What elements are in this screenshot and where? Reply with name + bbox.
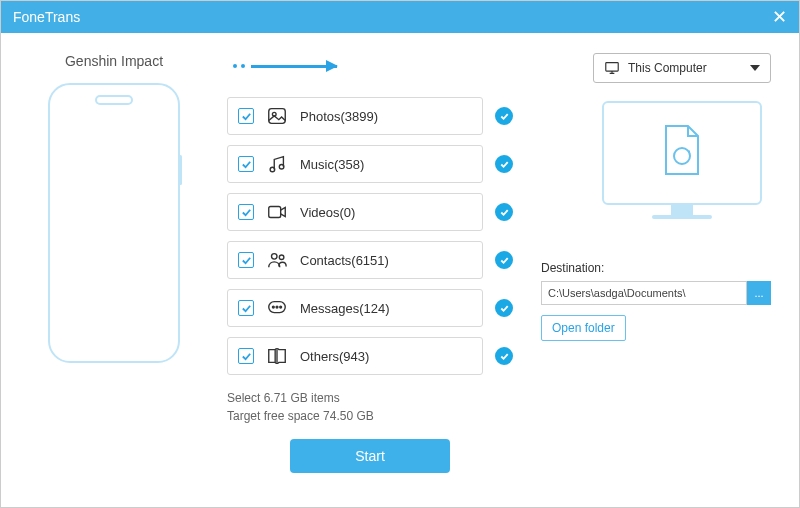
category-box-music[interactable]: Music(358) <box>227 145 483 183</box>
category-box-messages[interactable]: Messages(124) <box>227 289 483 327</box>
phone-sidebutton-icon <box>179 155 182 185</box>
category-box-contacts[interactable]: Contacts(6151) <box>227 241 483 279</box>
status-check-others <box>495 347 513 365</box>
category-label-messages: Messages(124) <box>300 301 390 316</box>
checkbox-music[interactable] <box>238 156 254 172</box>
destination-section: Destination: C:\Users\asdga\Documents\ .… <box>541 261 771 341</box>
checkbox-photos[interactable] <box>238 108 254 124</box>
monitor-illustration <box>593 101 771 231</box>
checkbox-messages[interactable] <box>238 300 254 316</box>
summary-free-space: Target free space 74.50 GB <box>227 407 513 425</box>
status-check-photos <box>495 107 513 125</box>
svg-point-9 <box>276 306 278 308</box>
svg-point-3 <box>279 164 284 169</box>
category-label-others: Others(943) <box>300 349 369 364</box>
svg-point-5 <box>272 254 278 260</box>
category-label-music: Music(358) <box>300 157 364 172</box>
category-row-contacts: Contacts(6151) <box>227 241 513 279</box>
target-column: This Computer Destination: C:\Users\asdg… <box>541 53 771 491</box>
svg-point-6 <box>279 255 284 260</box>
destination-path-field[interactable]: C:\Users\asdga\Documents\ <box>541 281 747 305</box>
category-row-others: Others(943) <box>227 337 513 375</box>
titlebar: FoneTrans ✕ <box>1 1 799 33</box>
checkbox-videos[interactable] <box>238 204 254 220</box>
category-label-photos: Photos(3899) <box>300 109 378 124</box>
destination-label: Destination: <box>541 261 771 275</box>
target-dropdown[interactable]: This Computer <box>593 53 771 83</box>
close-button[interactable]: ✕ <box>772 6 787 28</box>
phone-notch-icon <box>95 95 133 105</box>
phone-illustration <box>48 83 180 363</box>
music-icon <box>266 153 288 175</box>
chevron-down-icon <box>750 65 760 71</box>
category-label-contacts: Contacts(6151) <box>300 253 389 268</box>
others-icon <box>266 345 288 367</box>
category-box-others[interactable]: Others(943) <box>227 337 483 375</box>
app-window: FoneTrans ✕ Genshin Impact Photos(38 <box>0 0 800 508</box>
category-box-photos[interactable]: Photos(3899) <box>227 97 483 135</box>
photos-icon <box>266 105 288 127</box>
svg-point-12 <box>674 148 690 164</box>
computer-icon <box>604 61 620 75</box>
svg-point-8 <box>272 306 274 308</box>
contacts-icon <box>266 249 288 271</box>
category-row-music: Music(358) <box>227 145 513 183</box>
status-check-contacts <box>495 251 513 269</box>
status-check-videos <box>495 203 513 221</box>
transfer-arrow-icon <box>227 53 513 79</box>
category-row-videos: Videos(0) <box>227 193 513 231</box>
status-check-messages <box>495 299 513 317</box>
categories-column: Photos(3899) Music(358) Videos(0) <box>227 53 513 491</box>
summary-selected: Select 6.71 GB items <box>227 389 513 407</box>
svg-rect-11 <box>606 63 618 72</box>
status-check-music <box>495 155 513 173</box>
open-folder-button[interactable]: Open folder <box>541 315 626 341</box>
source-device-name: Genshin Impact <box>65 53 163 69</box>
videos-icon <box>266 201 288 223</box>
checkbox-others[interactable] <box>238 348 254 364</box>
messages-icon <box>266 297 288 319</box>
main-content: Genshin Impact Photos(3899) <box>1 33 799 507</box>
checkbox-contacts[interactable] <box>238 252 254 268</box>
svg-point-10 <box>280 306 282 308</box>
selection-summary: Select 6.71 GB items Target free space 7… <box>227 389 513 425</box>
svg-rect-0 <box>269 109 286 124</box>
file-refresh-icon <box>660 124 704 182</box>
app-title: FoneTrans <box>13 9 80 25</box>
category-box-videos[interactable]: Videos(0) <box>227 193 483 231</box>
svg-point-2 <box>270 167 275 172</box>
category-row-photos: Photos(3899) <box>227 97 513 135</box>
browse-button[interactable]: ... <box>747 281 771 305</box>
start-button[interactable]: Start <box>290 439 450 473</box>
source-column: Genshin Impact <box>29 53 199 491</box>
target-dropdown-label: This Computer <box>628 61 707 75</box>
svg-rect-4 <box>269 207 281 218</box>
category-label-videos: Videos(0) <box>300 205 355 220</box>
category-row-messages: Messages(124) <box>227 289 513 327</box>
